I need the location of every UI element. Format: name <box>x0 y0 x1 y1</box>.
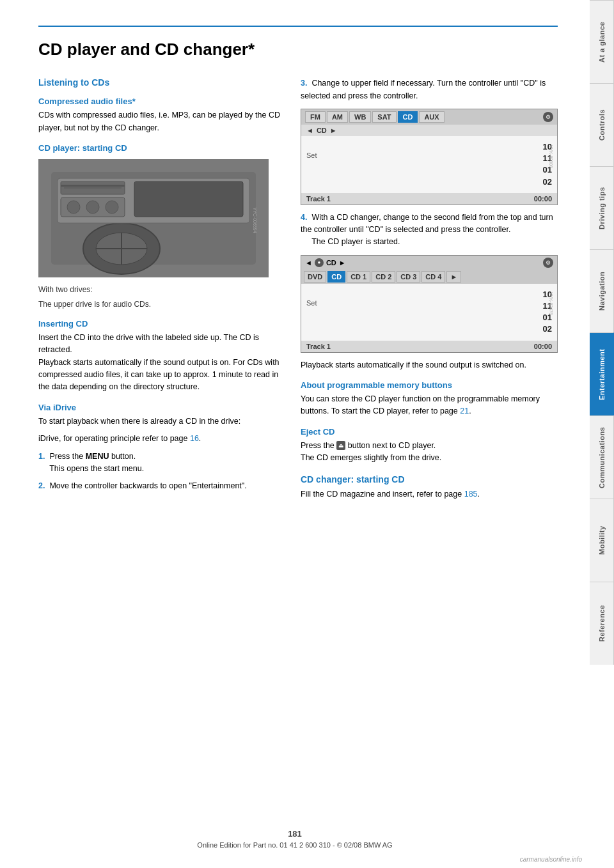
track-02: 02 <box>543 176 552 188</box>
screen-display-1: FM AM WB SAT CD AUX ⚙ ◄ <box>301 109 558 205</box>
idrive-ref-text: iDrive, for operating principle refer to… <box>38 433 281 445</box>
screen-settings-icon: ⚙ <box>543 112 553 122</box>
sidebar-tab-communications[interactable]: Communications <box>590 415 614 499</box>
svg-rect-14 <box>61 185 125 187</box>
cd-player-image: YYC-006594 <box>38 159 269 277</box>
tab-cd4: CD 4 <box>421 271 445 283</box>
time-display-1: 00:00 <box>534 195 552 203</box>
svg-point-9 <box>67 201 80 213</box>
screen-tab-am: AM <box>327 111 348 123</box>
memory-buttons-text: You can store the CD player function on … <box>301 393 558 418</box>
cd-label-2: CD <box>326 259 336 267</box>
step-1: 1. Press the MENU button. This opens the… <box>38 451 281 476</box>
page-footer: 181 Online Edition for Part no. 01 41 2 … <box>0 829 590 849</box>
nav-left-arrow: ◄ <box>305 259 312 267</box>
footer-text: Online Edition for Part no. 01 41 2 600 … <box>0 841 590 849</box>
memory-buttons-heading: About programmable memory buttons <box>301 380 558 390</box>
screen-tab-cd: CD <box>398 111 418 123</box>
page-title: CD player and CD changer* <box>38 40 558 59</box>
image-caption-1: With two drives: <box>38 284 281 295</box>
screen-tab-fm: FM <box>305 111 326 123</box>
cd-player-starting-heading: CD player: starting CD <box>38 143 281 153</box>
inserting-cd-heading: Inserting CD <box>38 319 281 329</box>
screen-tab-sat: SAT <box>372 111 396 123</box>
eject-cd-heading: Eject CD <box>301 427 558 437</box>
tab-cd1: CD 1 <box>347 271 370 283</box>
screen-tab-wb: WB <box>349 111 371 123</box>
svg-point-10 <box>86 201 99 213</box>
cd-changer-text: Fill the CD magazine and insert, refer t… <box>301 488 558 500</box>
sidebar-tab-controls[interactable]: Controls <box>590 83 614 166</box>
changer-page-link[interactable]: 185 <box>464 490 478 499</box>
via-idrive-text: To start playback when there is already … <box>38 415 281 428</box>
sidebar: At a glance Controls Driving tips Naviga… <box>590 0 614 868</box>
svg-point-11 <box>106 201 118 213</box>
track2-02: 02 <box>543 323 552 335</box>
step-3: 3. Change to upper field if necessary. T… <box>301 77 558 102</box>
svg-rect-7 <box>134 182 243 217</box>
screen-settings-icon-2: ⚙ <box>543 258 553 268</box>
step-2: 2. Move the controller backwards to open… <box>38 480 281 492</box>
inserting-cd-text: Insert the CD into the drive with the la… <box>38 332 281 394</box>
cd-changer-starting-heading: CD changer: starting CD <box>301 474 558 484</box>
step-4: 4. With a CD changer, change to the seco… <box>301 212 558 249</box>
eject-cd-text: Press the ⏏ button next to CD player.The… <box>301 440 558 465</box>
sidebar-tab-reference[interactable]: Reference <box>590 582 614 665</box>
compressed-audio-heading: Compressed audio files* <box>38 97 281 106</box>
time-display-2: 00:00 <box>534 343 552 350</box>
cd-nav-arrows: ◄ <box>306 127 313 134</box>
screen-display-2: ◄ ● CD ► ⚙ DVD CD CD 1 CD 2 <box>301 255 558 353</box>
track-label-1: Track 1 <box>306 195 331 203</box>
page-number: 181 <box>0 829 590 839</box>
tab-next: ► <box>446 271 461 283</box>
idrive-page-link[interactable]: 16 <box>190 434 199 443</box>
via-idrive-heading: Via iDrive <box>38 403 281 412</box>
tab-dvd: DVD <box>304 271 326 283</box>
cd-disc-icon: ● <box>315 258 324 267</box>
set-label-2: Set <box>306 299 402 307</box>
sidebar-tab-mobility[interactable]: Mobility <box>590 499 614 582</box>
sidebar-tab-navigation[interactable]: Navigation <box>590 249 614 332</box>
cd-nav-label: CD <box>317 127 327 134</box>
screen-tab-aux: AUX <box>419 111 444 123</box>
image-watermark: YYC-006594 <box>252 208 256 233</box>
tab-cd-active: CD <box>327 271 345 283</box>
cd-nav-right: ► <box>330 127 337 134</box>
nav-right-arrow: ► <box>339 259 346 267</box>
sidebar-tab-at-a-glance[interactable]: At a glance <box>590 0 614 83</box>
eject-icon: ⏏ <box>336 441 345 450</box>
image-caption-2: The upper drive is for audio CDs. <box>38 298 281 310</box>
compressed-audio-text: CDs with compressed audio files, i.e. MP… <box>38 109 281 134</box>
sidebar-tab-entertainment[interactable]: Entertainment <box>590 332 614 415</box>
listening-to-cds-heading: Listening to CDs <box>38 77 281 88</box>
track-label-2: Track 1 <box>306 343 331 350</box>
tab-cd2: CD 2 <box>372 271 395 283</box>
screen-watermark-1: YYK-80008 <box>549 145 554 168</box>
set-label-1: Set <box>306 151 402 159</box>
site-watermark: carmanualsonline.info <box>520 856 582 863</box>
playback-note: Playback starts automatically if the sou… <box>301 359 558 371</box>
sidebar-tab-driving-tips[interactable]: Driving tips <box>590 166 614 249</box>
memory-page-link[interactable]: 21 <box>460 407 469 415</box>
tab-cd3: CD 3 <box>397 271 420 283</box>
screen-watermark-2: YYK-82476 <box>549 292 554 315</box>
